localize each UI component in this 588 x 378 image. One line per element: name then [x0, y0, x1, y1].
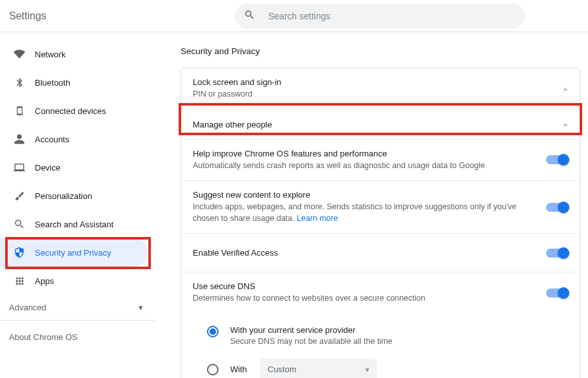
row-subtitle: PIN or password — [193, 89, 559, 100]
sidebar-item-search-assistant[interactable]: Search and Assistant — [0, 210, 148, 238]
row-lock-screen[interactable]: Lock screen and sign-in PIN or password … — [181, 68, 580, 110]
header: Settings — [0, 0, 588, 32]
sidebar-item-label: Apps — [35, 276, 54, 286]
option-title: With your current service provider — [230, 325, 393, 335]
laptop-icon — [13, 162, 26, 173]
dns-option-current-provider[interactable]: With your current service provider Secur… — [207, 319, 568, 352]
settings-card: Lock screen and sign-in PIN or password … — [181, 68, 580, 378]
apps-icon — [13, 276, 26, 287]
option-subtitle: Secure DNS may not be available all the … — [230, 337, 393, 346]
sidebar-item-network[interactable]: Network — [0, 40, 148, 68]
row-title: Use secure DNS — [193, 281, 540, 291]
row-help-improve: Help improve Chrome OS features and perf… — [181, 140, 580, 182]
toggle-verified-access[interactable] — [546, 249, 568, 258]
toggle-secure-dns[interactable] — [546, 288, 568, 298]
bluetooth-icon — [13, 77, 26, 88]
row-title: Suggest new content to explore — [193, 190, 540, 200]
sidebar-item-label: Network — [35, 50, 66, 59]
row-secure-dns-header: Use secure DNS Determines how to connect… — [181, 272, 580, 314]
row-title: Manage other people — [193, 120, 559, 129]
sidebar-item-label: Device — [35, 163, 61, 173]
row-verified-access: Enable Verified Access — [181, 234, 580, 272]
row-title: Lock screen and sign-in — [193, 77, 559, 87]
sidebar-item-security-privacy[interactable]: Security and Privacy — [0, 238, 148, 267]
sidebar-item-accounts[interactable]: Accounts — [0, 125, 148, 153]
chevron-right-icon: ▸ — [564, 120, 568, 129]
toggle-suggest-content[interactable] — [546, 203, 568, 212]
phone-icon — [13, 105, 26, 117]
chevron-down-icon: ▾ — [139, 303, 143, 312]
radio-custom[interactable] — [207, 364, 219, 375]
page-title: Settings — [9, 10, 235, 22]
row-title: Help improve Chrome OS features and perf… — [193, 149, 540, 158]
sidebar-item-label: Search and Assistant — [35, 220, 113, 229]
row-subtitle: Determines how to connect to websites ov… — [193, 293, 540, 305]
sidebar-advanced[interactable]: Advanced ▾ — [0, 295, 155, 321]
dropdown-value: Custom — [268, 364, 297, 374]
learn-more-link[interactable]: Learn more — [297, 214, 338, 223]
row-subtitle: Includes apps, webpages, and more. Sends… — [193, 202, 540, 224]
sidebar-item-apps[interactable]: Apps — [0, 267, 148, 295]
search-input[interactable] — [267, 10, 516, 22]
sidebar-item-label: Security and Privacy — [35, 248, 112, 258]
search-icon — [244, 9, 255, 23]
brush-icon — [13, 191, 26, 202]
option-prefix: With — [230, 364, 247, 374]
row-title: Enable Verified Access — [193, 248, 540, 258]
sidebar-item-label: Personalization — [35, 191, 92, 201]
shield-icon — [13, 247, 26, 258]
advanced-label: Advanced — [9, 303, 46, 312]
about-label: About Chrome OS — [9, 332, 77, 342]
search-bar[interactable] — [235, 4, 525, 28]
sidebar-item-personalization[interactable]: Personalization — [0, 182, 148, 210]
sidebar-item-device[interactable]: Device — [0, 153, 148, 182]
sidebar: Network Bluetooth Connected devices Acco… — [0, 32, 160, 378]
dns-option-custom[interactable]: With Custom ▼ — [207, 352, 568, 379]
section-title: Security and Privacy — [181, 46, 580, 56]
search-icon — [13, 218, 26, 230]
row-subtitle: Automatically sends crash reports as wel… — [193, 160, 540, 172]
dns-provider-dropdown[interactable]: Custom ▼ — [260, 359, 377, 379]
sidebar-about[interactable]: About Chrome OS — [0, 321, 160, 354]
row-suggest-content: Suggest new content to explore Includes … — [181, 181, 580, 234]
sidebar-item-connected-devices[interactable]: Connected devices — [0, 97, 148, 125]
chevron-right-icon: ▸ — [564, 84, 568, 93]
row-manage-people[interactable]: Manage other people ▸ — [181, 110, 580, 140]
radio-current-provider[interactable] — [207, 326, 219, 337]
wifi-icon — [13, 48, 26, 60]
sidebar-item-label: Connected devices — [35, 106, 106, 116]
secure-dns-options: With your current service provider Secur… — [181, 314, 580, 379]
toggle-help-improve[interactable] — [546, 155, 568, 164]
chevron-down-icon: ▼ — [364, 366, 371, 373]
sidebar-item-label: Accounts — [35, 135, 69, 144]
main-content: Security and Privacy Lock screen and sig… — [160, 32, 588, 378]
person-icon — [13, 133, 26, 145]
sidebar-item-label: Bluetooth — [35, 78, 70, 88]
sidebar-item-bluetooth[interactable]: Bluetooth — [0, 68, 148, 97]
